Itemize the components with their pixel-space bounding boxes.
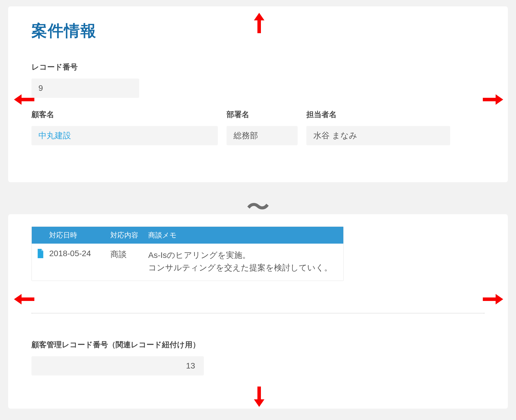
- page-title: 案件情報: [31, 20, 485, 42]
- col-type-header: 対応内容: [110, 231, 148, 240]
- department-label: 部署名: [227, 109, 298, 120]
- document-icon[interactable]: [32, 249, 49, 258]
- customer-label: 顧客名: [31, 109, 218, 120]
- row-date: 2018-05-24: [49, 249, 110, 258]
- row-memo: As-Isのヒアリングを実施。 コンサルティングを交えた提案を検討していく。: [148, 249, 343, 274]
- record-number-value: 9: [31, 79, 139, 98]
- record-number-label: レコード番号: [31, 62, 139, 72]
- case-info-card: 案件情報 レコード番号 9 顧客名 中丸建設 部署名 総務部 担当者名 水谷 ま…: [8, 6, 508, 182]
- customer-value[interactable]: 中丸建設: [31, 126, 218, 145]
- activity-table: 対応日時 対応内容 商談メモ 2018-05-24 商談 As-Isのヒアリング…: [31, 226, 344, 281]
- department-value: 総務部: [227, 126, 298, 145]
- linked-record-label: 顧客管理レコード番号（関連レコード紐付け用）: [31, 340, 485, 350]
- linked-record-value: 13: [31, 356, 204, 375]
- table-row[interactable]: 2018-05-24 商談 As-Isのヒアリングを実施。 コンサルティングを交…: [32, 244, 343, 281]
- activity-card: 対応日時 対応内容 商談メモ 2018-05-24 商談 As-Isのヒアリング…: [8, 214, 508, 409]
- person-value: 水谷 まなみ: [306, 126, 450, 145]
- activity-table-header: 対応日時 対応内容 商談メモ: [32, 227, 343, 244]
- col-date-header: 対応日時: [49, 231, 110, 240]
- col-memo-header: 商談メモ: [148, 230, 343, 240]
- section-divider: [31, 313, 485, 313]
- person-label: 担当者名: [306, 109, 450, 120]
- row-type: 商談: [110, 249, 148, 260]
